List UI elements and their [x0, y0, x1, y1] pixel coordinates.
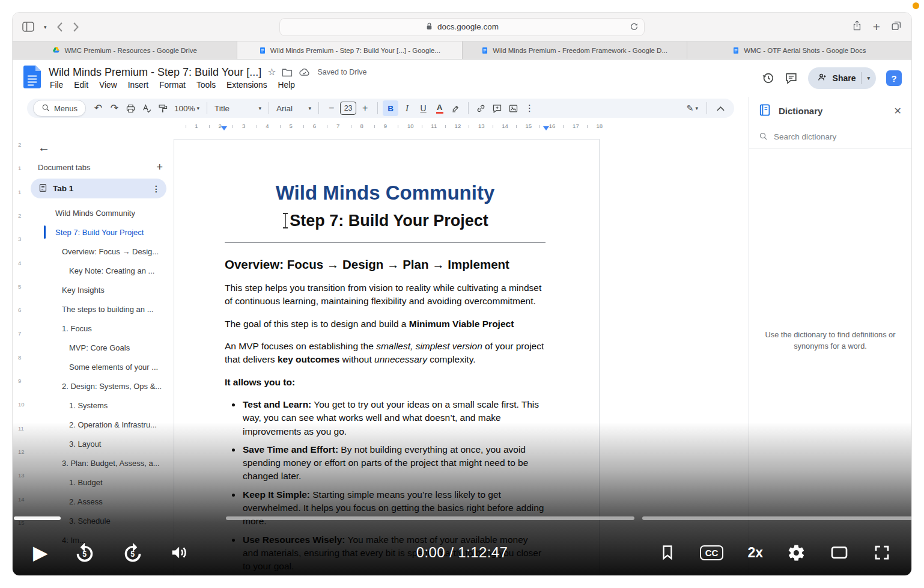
new-tab-icon[interactable]: + [873, 20, 880, 33]
play-button[interactable]: ▶ [33, 543, 48, 562]
add-tab-icon[interactable]: + [156, 162, 163, 173]
menu-extensions[interactable]: Extensions [222, 79, 272, 91]
outline-item[interactable]: 2. Operation & Infrastru... [28, 415, 169, 434]
browser-tab[interactable]: Wild Minds Premium - Freedom Framework -… [463, 41, 687, 59]
star-icon[interactable]: ☆ [267, 67, 276, 77]
vertical-ruler[interactable]: 21123456789101112131415 [13, 132, 28, 575]
ruler-number: 5 [18, 283, 21, 290]
zoom-select[interactable]: 100%▾ [172, 100, 202, 116]
outline-item[interactable]: MVP: Core Goals [28, 338, 169, 357]
browser-tab[interactable]: Wild Minds Premium - Step 7: Build Your … [237, 41, 462, 59]
outline-item[interactable]: 1. Systems [28, 396, 169, 415]
ruler-row: 123456789101112131415161718 [13, 121, 749, 132]
highlight-color-icon[interactable] [448, 100, 463, 116]
menus-button[interactable]: Menus [33, 100, 86, 117]
bookmark-button[interactable] [659, 544, 676, 561]
divider [269, 102, 269, 114]
address-bar[interactable]: docs.google.com [279, 18, 645, 36]
volume-button[interactable] [169, 543, 189, 562]
menu-format[interactable]: Format [154, 79, 190, 91]
outline-item[interactable]: Key Insights [28, 280, 169, 299]
outline-item[interactable]: 3. Plan: Budget, Assess, a... [28, 453, 169, 473]
outline-item[interactable]: Wild Minds Community [28, 203, 169, 222]
outline-item[interactable]: Key Note: Creating an ... [28, 261, 169, 280]
bold-button[interactable]: B [383, 100, 398, 116]
outline-item[interactable]: 1. Focus [28, 319, 169, 338]
fullscreen-button[interactable] [873, 544, 891, 562]
document-title[interactable]: Wild Minds Premium - Step 7: Build Your … [49, 66, 261, 79]
browser-tab[interactable]: WMC - OTF Aerial Shots - Google Docs [687, 41, 911, 59]
font-size-input[interactable]: 23 [340, 102, 356, 115]
underline-button[interactable]: U [416, 100, 431, 116]
captions-button[interactable]: CC [700, 545, 724, 560]
miniplayer-button[interactable] [830, 543, 849, 562]
menu-edit[interactable]: Edit [69, 79, 93, 91]
comments-icon[interactable] [785, 72, 798, 85]
share-caret-icon[interactable]: ▾ [867, 75, 870, 81]
dictionary-search-input[interactable]: Search dictionary [749, 125, 911, 149]
insert-image-icon[interactable] [506, 100, 521, 116]
sidebar-caret-icon[interactable]: ▾ [44, 24, 47, 30]
settings-button[interactable] [787, 544, 806, 562]
outline-item[interactable]: 1. Budget [28, 473, 169, 492]
more-options-icon[interactable]: ⋮ [522, 100, 537, 116]
ruler-number: 1 [18, 165, 21, 171]
decrease-font-icon[interactable]: − [324, 100, 339, 116]
redo-icon[interactable]: ↷ [107, 100, 122, 116]
tab-overview-icon[interactable] [891, 20, 902, 34]
cloud-saved-icon[interactable] [299, 68, 310, 76]
ruler-tick [209, 125, 210, 128]
indent-marker-right[interactable] [543, 126, 549, 130]
video-frame[interactable]: ▾ docs.google.com [12, 12, 912, 576]
playback-speed-button[interactable]: 2x [747, 545, 763, 561]
outline-item[interactable]: Overview: Focus → Desig... [28, 242, 169, 261]
insert-link-icon[interactable] [473, 100, 488, 116]
menu-insert[interactable]: Insert [123, 79, 154, 91]
tab-options-icon[interactable]: ⋮ [152, 184, 160, 194]
font-select[interactable]: Arial▾ [274, 100, 314, 116]
outline-item[interactable]: 2. Design: Systems, Ops &... [28, 376, 169, 396]
avatar[interactable]: ? [886, 70, 902, 86]
menu-file[interactable]: File [45, 79, 68, 91]
increase-font-icon[interactable]: + [357, 100, 372, 116]
menu-view[interactable]: View [94, 79, 122, 91]
outline-item[interactable]: 3. Schedule [28, 511, 169, 530]
print-icon[interactable] [123, 100, 138, 116]
editing-mode-button[interactable]: ✎▾ [684, 100, 701, 116]
back-icon[interactable] [56, 22, 63, 32]
tab-1-item[interactable]: Tab 1 ⋮ [31, 179, 166, 198]
outline-item[interactable]: Step 7: Build Your Project [28, 222, 169, 242]
outline-item[interactable]: The steps to building an ... [28, 299, 169, 319]
reload-icon[interactable] [629, 22, 639, 34]
text-color-button[interactable]: A [432, 100, 447, 116]
paint-format-icon[interactable] [156, 100, 171, 116]
forward-icon[interactable] [73, 22, 79, 32]
close-icon[interactable]: ✕ [894, 106, 902, 116]
add-comment-icon[interactable] [490, 100, 505, 116]
menu-help[interactable]: Help [273, 79, 300, 91]
spellcheck-icon[interactable] [139, 100, 154, 116]
document-page[interactable]: Wild Minds Community Step 7: Build Your … [174, 139, 600, 575]
indent-marker-left[interactable] [221, 126, 227, 130]
collapse-toolbar-icon[interactable] [713, 100, 728, 116]
italic-button[interactable]: I [400, 100, 415, 116]
outline-item[interactable]: Some elements of your ... [28, 357, 169, 376]
browser-tab[interactable]: WMC Premium - Resources - Google Drive [13, 41, 237, 59]
docs-logo[interactable] [23, 66, 41, 91]
forward-5-button[interactable]: 5 [121, 541, 144, 564]
horizontal-ruler[interactable]: 123456789101112131415161718 [174, 121, 600, 132]
move-folder-icon[interactable] [282, 68, 293, 77]
saved-status[interactable]: Saved to Drive [317, 68, 366, 76]
version-history-icon[interactable] [761, 72, 774, 85]
outline-item[interactable]: 2. Assess [28, 492, 169, 511]
sidebar-toggle-icon[interactable] [22, 22, 34, 32]
menu-tools[interactable]: Tools [192, 79, 220, 91]
close-outline-icon[interactable]: ← [38, 141, 169, 153]
share-page-icon[interactable] [852, 20, 862, 34]
ruler-number: 17 [573, 123, 579, 129]
rewind-5-button[interactable]: 5 [73, 541, 96, 564]
outline-item[interactable]: 3. Layout [28, 434, 169, 453]
share-button[interactable]: Share ▾ [808, 67, 876, 89]
undo-icon[interactable]: ↶ [91, 100, 106, 116]
style-select[interactable]: Title▾ [212, 100, 264, 116]
